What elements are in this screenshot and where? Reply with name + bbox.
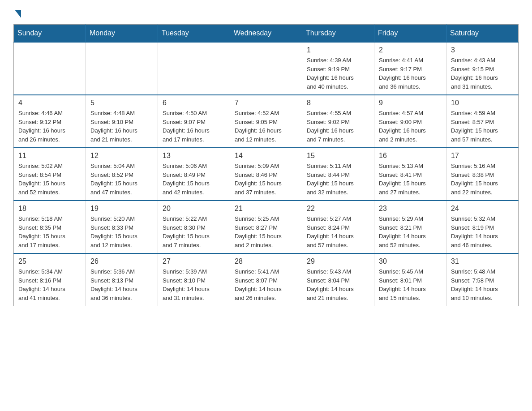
day-number: 17 — [451, 152, 514, 160]
calendar-cell: 6Sunrise: 4:50 AM Sunset: 9:07 PM Daylig… — [158, 95, 230, 148]
page-header — [13, 9, 519, 15]
day-info: Sunrise: 5:45 AM Sunset: 8:01 PM Dayligh… — [379, 267, 442, 302]
day-number: 6 — [163, 99, 225, 107]
calendar-cell: 4Sunrise: 4:46 AM Sunset: 9:12 PM Daylig… — [14, 95, 86, 148]
calendar-cell: 18Sunrise: 5:18 AM Sunset: 8:35 PM Dayli… — [14, 201, 86, 253]
calendar-cell: 11Sunrise: 5:02 AM Sunset: 8:54 PM Dayli… — [14, 148, 86, 201]
calendar-cell: 22Sunrise: 5:27 AM Sunset: 8:24 PM Dayli… — [302, 201, 374, 253]
day-number: 8 — [307, 99, 369, 107]
calendar-table: SundayMondayTuesdayWednesdayThursdayFrid… — [13, 24, 519, 306]
calendar-cell: 16Sunrise: 5:13 AM Sunset: 8:41 PM Dayli… — [374, 148, 446, 201]
day-info: Sunrise: 4:48 AM Sunset: 9:10 PM Dayligh… — [90, 109, 153, 144]
day-info: Sunrise: 5:25 AM Sunset: 8:27 PM Dayligh… — [235, 214, 297, 249]
day-number: 24 — [451, 205, 514, 213]
day-info: Sunrise: 5:32 AM Sunset: 8:19 PM Dayligh… — [451, 214, 514, 249]
logo-general — [13, 9, 21, 17]
logo-arrow-icon — [15, 10, 21, 18]
weekday-header-sunday: Sunday — [14, 25, 86, 43]
day-info: Sunrise: 5:22 AM Sunset: 8:30 PM Dayligh… — [163, 214, 225, 249]
day-info: Sunrise: 4:43 AM Sunset: 9:15 PM Dayligh… — [451, 56, 514, 91]
weekday-header-monday: Monday — [86, 25, 158, 43]
day-number: 15 — [307, 152, 369, 160]
calendar-cell: 17Sunrise: 5:16 AM Sunset: 8:38 PM Dayli… — [446, 148, 519, 201]
calendar-cell: 12Sunrise: 5:04 AM Sunset: 8:52 PM Dayli… — [86, 148, 158, 201]
weekday-header-wednesday: Wednesday — [230, 25, 302, 43]
calendar-cell: 26Sunrise: 5:36 AM Sunset: 8:13 PM Dayli… — [86, 253, 158, 306]
weekday-header-row: SundayMondayTuesdayWednesdayThursdayFrid… — [14, 25, 519, 43]
day-info: Sunrise: 4:59 AM Sunset: 8:57 PM Dayligh… — [451, 109, 514, 144]
calendar-week-row: 11Sunrise: 5:02 AM Sunset: 8:54 PM Dayli… — [14, 148, 519, 201]
day-info: Sunrise: 5:18 AM Sunset: 8:35 PM Dayligh… — [18, 214, 81, 249]
calendar-cell: 25Sunrise: 5:34 AM Sunset: 8:16 PM Dayli… — [14, 253, 86, 306]
day-number: 21 — [235, 205, 297, 213]
day-number: 18 — [18, 205, 81, 213]
day-info: Sunrise: 5:13 AM Sunset: 8:41 PM Dayligh… — [379, 162, 442, 197]
day-number: 19 — [90, 205, 153, 213]
calendar-cell — [14, 42, 86, 95]
day-number: 23 — [379, 205, 442, 213]
calendar-week-row: 1Sunrise: 4:39 AM Sunset: 9:19 PM Daylig… — [14, 42, 519, 95]
day-info: Sunrise: 4:46 AM Sunset: 9:12 PM Dayligh… — [18, 109, 81, 144]
calendar-week-row: 25Sunrise: 5:34 AM Sunset: 8:16 PM Dayli… — [14, 253, 519, 306]
day-number: 11 — [18, 152, 81, 160]
day-number: 16 — [379, 152, 442, 160]
day-number: 4 — [18, 99, 81, 107]
day-info: Sunrise: 5:20 AM Sunset: 8:33 PM Dayligh… — [90, 214, 153, 249]
day-info: Sunrise: 5:36 AM Sunset: 8:13 PM Dayligh… — [90, 267, 153, 302]
calendar-week-row: 18Sunrise: 5:18 AM Sunset: 8:35 PM Dayli… — [14, 201, 519, 253]
day-info: Sunrise: 5:27 AM Sunset: 8:24 PM Dayligh… — [307, 214, 369, 249]
day-number: 10 — [451, 99, 514, 107]
weekday-header-tuesday: Tuesday — [158, 25, 230, 43]
day-number: 30 — [379, 257, 442, 265]
day-info: Sunrise: 5:43 AM Sunset: 8:04 PM Dayligh… — [307, 267, 369, 302]
calendar-cell: 31Sunrise: 5:48 AM Sunset: 7:58 PM Dayli… — [446, 253, 519, 306]
calendar-cell: 23Sunrise: 5:29 AM Sunset: 8:21 PM Dayli… — [374, 201, 446, 253]
day-info: Sunrise: 4:39 AM Sunset: 9:19 PM Dayligh… — [307, 56, 369, 91]
day-info: Sunrise: 5:09 AM Sunset: 8:46 PM Dayligh… — [235, 162, 297, 197]
day-info: Sunrise: 4:57 AM Sunset: 9:00 PM Dayligh… — [379, 109, 442, 144]
calendar-cell — [230, 42, 302, 95]
weekday-header-friday: Friday — [374, 25, 446, 43]
day-info: Sunrise: 5:34 AM Sunset: 8:16 PM Dayligh… — [18, 267, 81, 302]
calendar-cell: 1Sunrise: 4:39 AM Sunset: 9:19 PM Daylig… — [302, 42, 374, 95]
day-number: 2 — [379, 46, 442, 54]
day-info: Sunrise: 5:02 AM Sunset: 8:54 PM Dayligh… — [18, 162, 81, 197]
day-number: 3 — [451, 46, 514, 54]
day-info: Sunrise: 4:50 AM Sunset: 9:07 PM Dayligh… — [163, 109, 225, 144]
day-number: 12 — [90, 152, 153, 160]
calendar-cell: 27Sunrise: 5:39 AM Sunset: 8:10 PM Dayli… — [158, 253, 230, 306]
calendar-cell: 15Sunrise: 5:11 AM Sunset: 8:44 PM Dayli… — [302, 148, 374, 201]
calendar-cell — [86, 42, 158, 95]
day-info: Sunrise: 5:29 AM Sunset: 8:21 PM Dayligh… — [379, 214, 442, 249]
calendar-cell: 30Sunrise: 5:45 AM Sunset: 8:01 PM Dayli… — [374, 253, 446, 306]
calendar-header: SundayMondayTuesdayWednesdayThursdayFrid… — [14, 25, 519, 43]
day-number: 5 — [90, 99, 153, 107]
calendar-week-row: 4Sunrise: 4:46 AM Sunset: 9:12 PM Daylig… — [14, 95, 519, 148]
calendar-cell: 19Sunrise: 5:20 AM Sunset: 8:33 PM Dayli… — [86, 201, 158, 253]
day-number: 9 — [379, 99, 442, 107]
day-info: Sunrise: 5:04 AM Sunset: 8:52 PM Dayligh… — [90, 162, 153, 197]
day-info: Sunrise: 5:11 AM Sunset: 8:44 PM Dayligh… — [307, 162, 369, 197]
calendar-cell: 7Sunrise: 4:52 AM Sunset: 9:05 PM Daylig… — [230, 95, 302, 148]
day-info: Sunrise: 5:48 AM Sunset: 7:58 PM Dayligh… — [451, 267, 514, 302]
calendar-cell: 24Sunrise: 5:32 AM Sunset: 8:19 PM Dayli… — [446, 201, 519, 253]
calendar-cell: 9Sunrise: 4:57 AM Sunset: 9:00 PM Daylig… — [374, 95, 446, 148]
weekday-header-saturday: Saturday — [446, 25, 519, 43]
day-info: Sunrise: 5:06 AM Sunset: 8:49 PM Dayligh… — [163, 162, 225, 197]
day-info: Sunrise: 5:16 AM Sunset: 8:38 PM Dayligh… — [451, 162, 514, 197]
calendar-cell: 2Sunrise: 4:41 AM Sunset: 9:17 PM Daylig… — [374, 42, 446, 95]
logo — [13, 9, 21, 15]
day-info: Sunrise: 5:41 AM Sunset: 8:07 PM Dayligh… — [235, 267, 297, 302]
calendar-cell: 5Sunrise: 4:48 AM Sunset: 9:10 PM Daylig… — [86, 95, 158, 148]
day-number: 13 — [163, 152, 225, 160]
day-info: Sunrise: 4:55 AM Sunset: 9:02 PM Dayligh… — [307, 109, 369, 144]
calendar-cell: 14Sunrise: 5:09 AM Sunset: 8:46 PM Dayli… — [230, 148, 302, 201]
day-number: 1 — [307, 46, 369, 54]
day-info: Sunrise: 5:39 AM Sunset: 8:10 PM Dayligh… — [163, 267, 225, 302]
calendar-cell: 3Sunrise: 4:43 AM Sunset: 9:15 PM Daylig… — [446, 42, 519, 95]
weekday-header-thursday: Thursday — [302, 25, 374, 43]
calendar-cell: 13Sunrise: 5:06 AM Sunset: 8:49 PM Dayli… — [158, 148, 230, 201]
day-number: 31 — [451, 257, 514, 265]
day-number: 26 — [90, 257, 153, 265]
day-number: 20 — [163, 205, 225, 213]
